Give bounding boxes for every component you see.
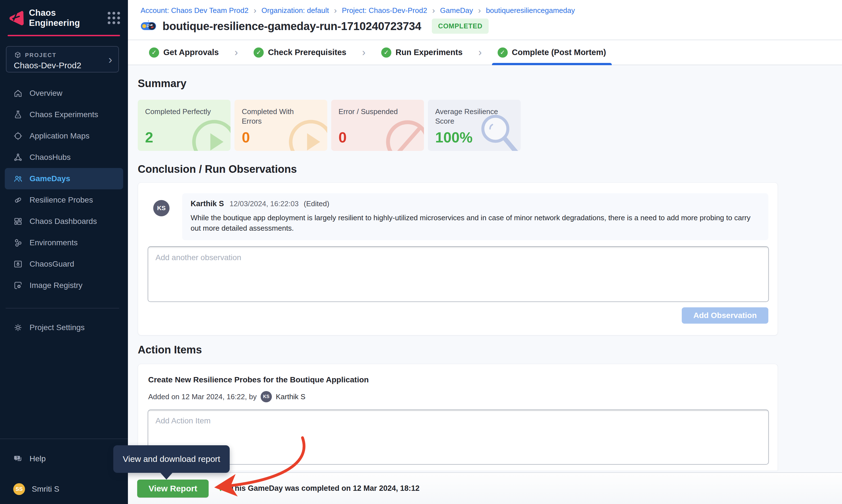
action-item-meta: Added on 12 Mar 2024, 16:22, by KS Karth…: [148, 391, 305, 402]
main-content: Summary Completed Perfectly 2 Completed …: [128, 65, 842, 471]
view-report-tooltip: View and download report: [113, 445, 230, 473]
chevron-right-icon: ›: [108, 54, 112, 65]
page-footer: View Report ✓ This GameDay was completed…: [128, 472, 842, 504]
card-completed-perfectly: Completed Perfectly 2: [138, 100, 230, 151]
summary-cards: Completed Perfectly 2 Completed With Err…: [138, 100, 832, 151]
dashboard-icon: [13, 217, 23, 226]
action-item-title: Create New Resilience Probes for the Bou…: [148, 375, 369, 384]
chaos-engineering-app: Chaos Engineering PROJECT Chaos-Dev-Prod…: [0, 0, 842, 504]
check-circle-icon: ✓: [149, 48, 159, 58]
sidebar-item-chaos-experiments[interactable]: Chaos Experiments: [5, 104, 123, 125]
action-item-added-text: Added on 12 Mar 2024, 16:22, by: [148, 393, 257, 401]
tab-check-prerequisites[interactable]: ✓ Check Prerequisites: [248, 40, 352, 65]
chevron-right-icon: ›: [478, 47, 482, 58]
action-items-heading: Action Items: [138, 344, 832, 356]
hexagons-icon: [13, 238, 23, 248]
sidebar-item-project-settings[interactable]: Project Settings: [5, 317, 123, 338]
project-label: PROJECT: [25, 52, 56, 58]
sidebar-item-chaosguard[interactable]: ChaosGuard: [5, 253, 123, 275]
sidebar-divider: [0, 438, 128, 439]
svg-text:?: ?: [16, 456, 18, 460]
sidebar-item-overview[interactable]: Overview: [5, 83, 123, 104]
chaos-engineering-logo-icon: [7, 10, 24, 26]
help-button[interactable]: ? Help: [5, 449, 123, 469]
sidebar-item-resilience-probes[interactable]: Resilience Probes: [5, 190, 123, 211]
sidebar-item-environments[interactable]: Environments: [5, 232, 123, 253]
comment-edited-label: (Edited): [304, 199, 329, 208]
observations-heading: Conclusion / Run Observations: [138, 163, 832, 175]
sidebar-item-image-registry[interactable]: Image Registry: [5, 275, 123, 296]
app-title: Chaos Engineering: [29, 8, 108, 28]
project-name: Chaos-Dev-Prod2: [14, 61, 118, 70]
sidebar-item-application-maps[interactable]: Application Maps: [5, 125, 123, 147]
chevron-right-icon: ›: [334, 6, 337, 15]
page-header: Account: Chaos Dev Team Prod2 › Organiza…: [128, 0, 842, 40]
gameday-step-tabs: ✓ Get Approvals › ✓ Check Prerequisites …: [128, 40, 842, 65]
sidebar: Chaos Engineering PROJECT Chaos-Dev-Prod…: [0, 0, 128, 504]
action-items-card: Create New Resilience Probes for the Bou…: [138, 364, 778, 471]
chevron-right-icon: ›: [362, 47, 366, 58]
sidebar-item-chaoshubs[interactable]: ChaosHubs: [5, 147, 123, 168]
check-icon: ✓: [218, 483, 226, 494]
home-icon: [13, 89, 23, 98]
comment-author-name: Karthik S: [191, 199, 224, 208]
observations-card: KS Karthik S 12/03/2024, 16:22:03 (Edite…: [138, 182, 778, 336]
sidebar-item-chaos-dashboards[interactable]: Chaos Dashboards: [5, 211, 123, 232]
sidebar-divider: [6, 308, 119, 308]
sidebar-header: Chaos Engineering: [7, 9, 120, 27]
action-author-avatar: KS: [261, 391, 272, 402]
observation-comment: Karthik S 12/03/2024, 16:22:03 (Edited) …: [182, 193, 768, 240]
probe-icon: [13, 195, 23, 205]
comment-text: While the boutique app deployment is lar…: [191, 213, 760, 233]
add-observation-input[interactable]: [147, 246, 769, 302]
page-title: boutique-resilience-gameday-run-17102407…: [162, 20, 421, 33]
breadcrumb: Account: Chaos Dev Team Prod2 › Organiza…: [141, 6, 575, 15]
tab-run-experiments[interactable]: ✓ Run Experiments: [375, 40, 468, 65]
tab-complete-post-mortem[interactable]: ✓ Complete (Post Mortem): [492, 40, 612, 65]
registry-gear-icon: [13, 281, 23, 290]
module-grid-icon[interactable]: [108, 12, 120, 24]
chevron-right-icon: ›: [432, 6, 435, 15]
action-author-name: Karthik S: [276, 393, 305, 401]
brand-divider: [7, 35, 120, 36]
gamepad-icon: [141, 20, 156, 32]
breadcrumb-account[interactable]: Account: Chaos Dev Team Prod2: [141, 6, 248, 15]
network-icon: [13, 152, 23, 162]
card-completed-with-errors: Completed With Errors 0: [234, 100, 327, 151]
help-chat-icon: ?: [13, 454, 23, 464]
check-circle-icon: ✓: [381, 48, 391, 58]
chevron-right-icon: ›: [253, 6, 257, 15]
summary-heading: Summary: [138, 77, 832, 90]
comment-author-avatar: KS: [153, 200, 170, 216]
user-menu[interactable]: SS Smriti S: [5, 479, 123, 499]
tooltip-text: View and download report: [123, 454, 220, 464]
check-circle-icon: ✓: [497, 48, 508, 58]
tab-get-approvals[interactable]: ✓ Get Approvals: [143, 40, 224, 65]
card-value: 100%: [435, 129, 473, 146]
sidebar-item-gamedays[interactable]: GameDays: [5, 168, 123, 190]
sidebar-nav: Overview Chaos Experiments Application M…: [0, 83, 128, 296]
user-avatar: SS: [13, 483, 25, 495]
gear-icon: [13, 323, 23, 332]
add-action-item-input[interactable]: [147, 410, 769, 465]
gameday-completed-note: This GameDay was completed on 12 Mar 202…: [230, 484, 420, 493]
breadcrumb-project[interactable]: Project: Chaos-Dev-Prod2: [342, 6, 427, 15]
breadcrumb-organization[interactable]: Organization: default: [261, 6, 329, 15]
check-circle-icon: ✓: [253, 48, 264, 58]
view-report-button[interactable]: View Report: [137, 480, 209, 498]
status-badge: COMPLETED: [432, 19, 489, 34]
comment-timestamp: 12/03/2024, 16:22:03: [230, 199, 299, 208]
add-observation-button[interactable]: Add Observation: [682, 307, 768, 324]
project-selector[interactable]: PROJECT Chaos-Dev-Prod2 ›: [6, 46, 119, 72]
flask-icon: [13, 110, 23, 120]
card-error-suspended: Error / Suspended 0: [331, 100, 424, 151]
breadcrumb-gameday[interactable]: GameDay: [440, 6, 473, 15]
chevron-right-icon: ›: [478, 6, 481, 15]
lock-card-icon: [13, 259, 23, 269]
card-value: 0: [338, 129, 347, 146]
cube-icon: [14, 51, 22, 59]
chevron-right-icon: ›: [234, 47, 238, 58]
target-icon: [13, 131, 23, 141]
breadcrumb-gameday-name[interactable]: boutiqueresiliencegameday: [486, 6, 575, 15]
play-circle-icon: [189, 116, 230, 151]
